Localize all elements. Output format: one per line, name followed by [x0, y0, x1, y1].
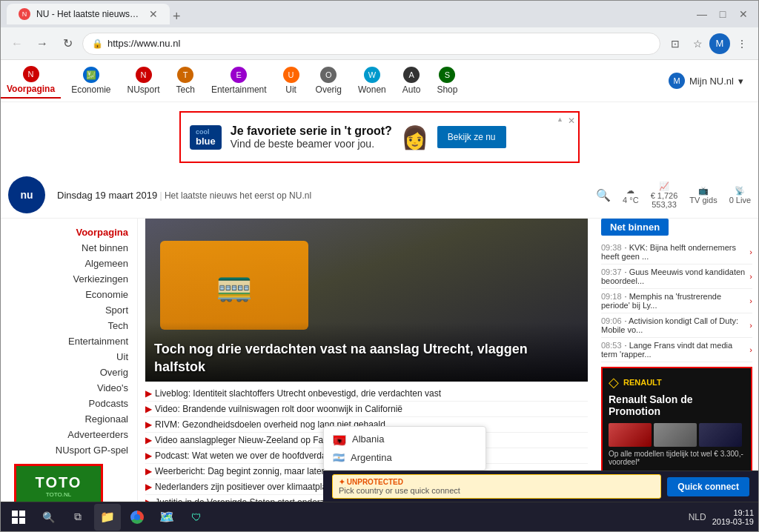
- ad-close-button[interactable]: ✕: [568, 116, 575, 126]
- renault-diamond-icon: ◇: [609, 374, 619, 390]
- bullet-icon-8: ▶: [145, 497, 152, 502]
- nav-icon-auto: A: [403, 67, 420, 83]
- maps-taskbar-button[interactable]: 🗺️: [153, 504, 180, 531]
- cast-button[interactable]: ⊡: [665, 33, 686, 54]
- ad-cta-button[interactable]: Bekijk ze nu: [437, 126, 506, 148]
- vpn-country-albania[interactable]: 🇦🇱 Albania: [324, 430, 485, 448]
- file-explorer-button[interactable]: 📁: [94, 504, 121, 531]
- sidebar-item-tech[interactable]: Tech: [1, 318, 137, 333]
- nav-tech[interactable]: T Tech: [170, 64, 201, 98]
- search-taskbar-button[interactable]: 🔍: [35, 504, 62, 531]
- minimize-button[interactable]: —: [693, 5, 711, 23]
- news-item-1[interactable]: ▶ Liveblog: Identiteit slachtoffers Utre…: [145, 386, 588, 402]
- forward-button[interactable]: →: [32, 33, 53, 54]
- sidebar-item-verkiezingen[interactable]: Verkiezingen: [1, 271, 137, 287]
- ad-line1: Je favoriete serie in 't groot?: [231, 124, 392, 138]
- nav-entertainment[interactable]: E Entertainment: [205, 64, 273, 98]
- nav-shop[interactable]: S Shop: [431, 64, 463, 98]
- address-bar[interactable]: 🔒 https://www.nu.nl: [82, 33, 660, 55]
- nav-voorpagina[interactable]: N Voorpagina: [1, 63, 61, 99]
- nav-wonen[interactable]: W Wonen: [352, 64, 392, 98]
- vpn-pick-country-text: Pick country or use quick connect: [339, 486, 460, 495]
- ad-person-image: 👩: [401, 124, 428, 150]
- nav-label-nusport: NUsport: [127, 84, 160, 95]
- nav-nusport[interactable]: N NUsport: [122, 64, 166, 98]
- back-button[interactable]: ←: [7, 33, 27, 54]
- windows-start-button[interactable]: [5, 504, 32, 531]
- nav-economie[interactable]: 💹 Economie: [65, 64, 116, 98]
- maximize-button[interactable]: □: [714, 5, 732, 23]
- breaking-item-1[interactable]: 09:38· KVK: Bijna helft ondernemers heef…: [601, 240, 752, 265]
- breaking-arrow-4: ›: [749, 321, 752, 330]
- toto-ad[interactable]: TOTO TOTO.NL: [14, 464, 103, 502]
- sidebar-item-overig[interactable]: Overig: [1, 365, 137, 380]
- breaking-item-4[interactable]: 09:06· Activision kondigt Call of Duty: …: [601, 313, 752, 338]
- close-button[interactable]: ✕: [735, 5, 752, 23]
- sidebar-item-net-binnen[interactable]: Net binnen: [1, 240, 137, 256]
- nav-overig[interactable]: O Overig: [310, 64, 348, 98]
- ad-banner[interactable]: cool blue Je favoriete serie in 't groot…: [179, 111, 580, 163]
- close-tab-button[interactable]: ✕: [149, 8, 158, 20]
- sidebar-item-adverteerders[interactable]: Adverteerders: [1, 427, 137, 442]
- mijn-nu-button[interactable]: M Mijn NU.nl ▾: [669, 73, 743, 89]
- vpn-country-argentina[interactable]: 🇦🇷 Argentina: [324, 448, 485, 467]
- tab-favicon: N: [19, 8, 30, 20]
- sidebar-item-sport[interactable]: Sport: [1, 302, 137, 318]
- nav-label-overig: Overig: [316, 84, 342, 95]
- tv-label: TV gids: [689, 196, 717, 205]
- ad-indicator: ▲: [557, 116, 563, 123]
- hero-image[interactable]: 🚃 Toch nog drie verdachten vast na aansl…: [145, 219, 588, 382]
- sidebar-item-nusport-gp[interactable]: NUsport GP-spel: [1, 442, 137, 458]
- new-tab-button[interactable]: +: [173, 9, 181, 24]
- taskview-button[interactable]: ⧉: [64, 504, 91, 531]
- breaking-text-2: · Guus Meeuwis vond kandidaten beoordeel…: [601, 267, 745, 285]
- tagline-text: Het laatste nieuws het eerst op NU.nl: [165, 190, 311, 201]
- bullet-icon-6: ▶: [145, 466, 152, 476]
- sidebar-item-entertainment[interactable]: Entertainment: [1, 333, 137, 349]
- argentina-flag-icon: 🇦🇷: [333, 452, 345, 463]
- search-icon[interactable]: 🔍: [596, 188, 611, 202]
- lock-icon: 🔒: [92, 39, 103, 49]
- bookmark-button[interactable]: ☆: [687, 33, 708, 54]
- taskbar-system-tray: NLD 19:11 2019-03-19: [689, 508, 754, 526]
- vpn-taskbar-button[interactable]: 🛡: [183, 504, 210, 531]
- breaking-item-5[interactable]: 08:53· Lange Frans vindt dat media term …: [601, 338, 752, 362]
- sidebar-item-uit[interactable]: Uit: [1, 349, 137, 365]
- beurs-widget[interactable]: 📈 € 1,726 553,33: [651, 182, 678, 209]
- breaking-item-3[interactable]: 09:18· Memphis na 'frustrerende periode'…: [601, 289, 752, 313]
- ad-line2: Vind de beste beamer voor jou.: [231, 138, 392, 150]
- taskbar-time: 19:11: [712, 508, 754, 517]
- reload-button[interactable]: ↻: [57, 33, 78, 54]
- breaking-item-2[interactable]: 09:37· Guus Meeuwis vond kandidaten beoo…: [601, 265, 752, 289]
- sidebar-item-economie[interactable]: Economie: [1, 287, 137, 302]
- news-item-2[interactable]: ▶ Video: Brandende vuilniswagen rolt doo…: [145, 402, 588, 417]
- sidebar-item-voorpagina[interactable]: Voorpagina: [1, 225, 137, 240]
- title-bar: N NU - Het laatste nieuws het eerst... ✕…: [1, 1, 758, 27]
- nav-label-shop: Shop: [437, 84, 457, 95]
- breaking-arrow-1: ›: [749, 247, 752, 256]
- chrome-taskbar-button[interactable]: [124, 504, 150, 531]
- live-widget[interactable]: 📡 0 Live: [729, 186, 751, 205]
- site-logo[interactable]: nu: [8, 176, 45, 213]
- ad-text: Je favoriete serie in 't groot? Vind de …: [231, 124, 392, 150]
- nav-icon-overig: O: [320, 67, 337, 83]
- nav-icon-entertainment: E: [231, 67, 247, 83]
- sidebar-item-algemeen[interactable]: Algemeen: [1, 256, 137, 271]
- active-tab[interactable]: N NU - Het laatste nieuws het eerst... ✕: [7, 4, 170, 24]
- nav-auto[interactable]: A Auto: [397, 64, 427, 98]
- bullet-icon-5: ▶: [145, 450, 152, 461]
- menu-button[interactable]: ⋮: [732, 33, 752, 54]
- quick-connect-button[interactable]: Quick connect: [667, 477, 749, 496]
- tv-widget[interactable]: 📺 TV gids: [689, 186, 717, 205]
- sidebar-item-videos[interactable]: Video's: [1, 380, 137, 396]
- ad-brand: cool blue: [190, 125, 222, 150]
- news-text-2: Video: Brandende vuilniswagen rolt door …: [155, 404, 402, 414]
- nav-uit[interactable]: U Uit: [277, 64, 305, 98]
- sidebar-item-regionaal[interactable]: Regionaal: [1, 411, 137, 427]
- sidebar-item-podcasts[interactable]: Podcasts: [1, 396, 137, 411]
- renault-title: Renault Salon de Promotion: [609, 393, 745, 417]
- breaking-time-3: 09:18: [601, 292, 622, 301]
- weather-widget[interactable]: ☁ 4 °C: [623, 186, 639, 205]
- tv-icon: 📺: [698, 186, 709, 196]
- profile-button[interactable]: M: [709, 33, 730, 54]
